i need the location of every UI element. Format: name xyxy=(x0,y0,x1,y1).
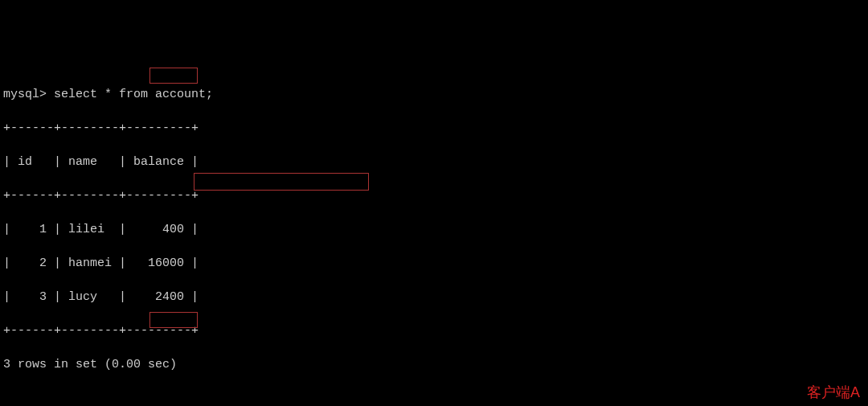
col-balance: balance xyxy=(133,155,184,169)
table-row: | 2 | hanmei | 16000 | xyxy=(3,255,865,272)
table-header-row: | id | name | balance | xyxy=(3,154,865,170)
cell-balance: 16000 xyxy=(148,256,184,270)
highlight-box-balance-1 xyxy=(149,68,198,84)
mysql-prompt: mysql> xyxy=(3,88,47,101)
col-name: name xyxy=(68,155,97,169)
table-row: | 1 | lilei | 400 | xyxy=(3,221,865,238)
table-row: | 3 | lucy | 2400 | xyxy=(3,289,865,306)
cell-balance: 400 xyxy=(162,223,184,236)
sql-select-1: select * from account; xyxy=(54,88,213,101)
cell-id: 2 xyxy=(39,256,47,270)
cell-name: lilei xyxy=(68,223,104,236)
cell-id: 1 xyxy=(39,223,47,236)
result-summary: 3 rows in set (0.00 sec) xyxy=(3,356,865,373)
cell-name: hanmei xyxy=(68,256,112,270)
table-border: +------+--------+---------+ xyxy=(3,187,865,204)
cell-name: lucy xyxy=(68,290,97,304)
table-border: +------+--------+---------+ xyxy=(3,120,865,137)
cell-id: 3 xyxy=(39,290,47,304)
col-id: id xyxy=(18,155,32,169)
blank-line xyxy=(3,390,865,406)
terminal-line: mysql> select * from account; xyxy=(3,86,865,103)
table-border: +------+--------+---------+ xyxy=(3,322,865,339)
client-label: 客户端A xyxy=(807,384,860,401)
cell-balance: 2400 xyxy=(155,290,184,304)
